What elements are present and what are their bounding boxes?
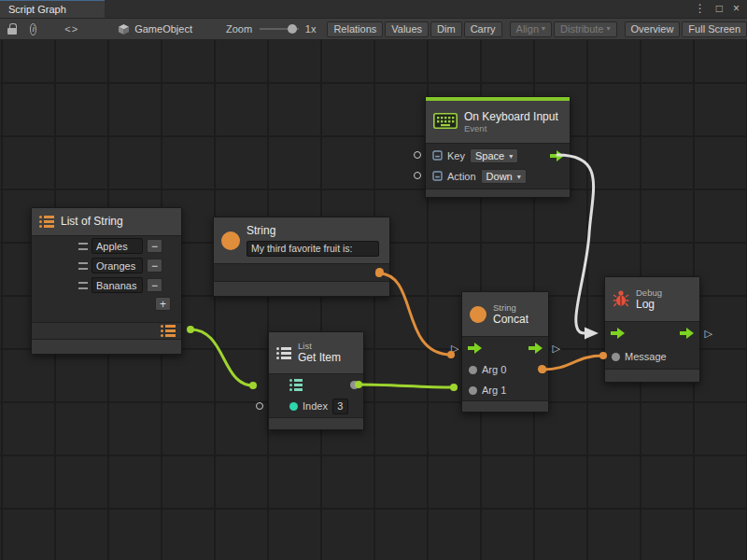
toolbar-buttons: Relations Values Dim Carry Align ▾ Distr… [327,21,747,37]
flow-input-port[interactable] [468,343,482,354]
index-input-port[interactable] [289,402,298,411]
message-input-port[interactable] [612,353,620,361]
string-output-port[interactable] [375,268,384,276]
align-label: Align [516,23,539,35]
list-icon [276,347,291,359]
drag-handle-icon[interactable] [78,282,88,289]
close-icon[interactable]: × [733,2,740,15]
arg0-input-port[interactable] [469,366,477,374]
node-footer [269,417,363,429]
zoom-value: 1x [305,23,317,35]
dim-button[interactable]: Dim [430,21,462,37]
flow-input-port[interactable] [611,328,625,339]
remove-item-button[interactable]: − [147,278,162,292]
node-on-keyboard-input[interactable]: On Keyboard Input Event Key Space ▾ [425,96,571,198]
keycap-icon [432,171,443,183]
full-screen-button[interactable]: Full Screen [682,21,747,37]
node-footer [214,281,389,296]
window-controls: ⋮ □ × [695,0,747,18]
script-graph-window: Script Graph ⋮ □ × i <> GameObject Zoom … [0,0,747,560]
unconnected-flow-marker[interactable]: ▷ [705,329,712,339]
tab-script-graph[interactable]: Script Graph [0,0,105,18]
code-icon[interactable]: <> [64,23,78,35]
maximize-icon[interactable]: □ [716,2,723,15]
panel-menu-icon[interactable]: ⋮ [695,2,706,15]
bug-icon [613,289,629,309]
arg1-input-port[interactable] [469,386,477,395]
list-icon [39,216,54,228]
drag-handle-icon[interactable] [78,243,88,250]
carry-button[interactable]: Carry [464,21,502,37]
node-concat[interactable]: String Concat Arg 0 Arg 1 ▷ ▷ [461,291,549,413]
tab-title: Script Graph [8,4,66,15]
node-footer [462,400,548,412]
node-footer [605,369,699,382]
action-value-dropdown[interactable]: Down ▾ [481,169,527,184]
string-value-input[interactable]: My third favorite fruit is: [247,241,379,257]
node-debug-log[interactable]: Debug Log Message ▷ [604,276,700,383]
node-footer [32,339,181,354]
align-button: Align ▾ [510,21,552,37]
node-list-of-string[interactable]: List of String Apples − Oranges − Banana… [31,207,182,355]
graph-canvas[interactable]: On Keyboard Input Event Key Space ▾ [0,40,747,560]
unconnected-value-marker[interactable] [256,402,263,410]
add-item-button[interactable]: + [155,297,171,311]
node-title: Log [636,299,662,311]
index-input[interactable]: 3 [332,399,348,414]
result-output-port[interactable] [538,365,546,373]
action-port-label: Action [447,171,476,182]
distribute-button: Distribute ▾ [554,21,616,37]
chevron-down-icon: ▾ [517,173,521,181]
list-item-input-1[interactable]: Oranges [92,258,143,273]
key-value: Space [475,150,504,161]
relations-button[interactable]: Relations [327,21,383,37]
node-category: List [298,342,341,351]
tab-bar: Script Graph ⋮ □ × [0,0,747,19]
node-category: Debug [636,288,662,298]
toolbar: i <> GameObject Zoom 1x Relations Values… [0,19,747,40]
keyboard-icon [433,113,458,131]
arg0-label: Arg 0 [482,364,506,375]
flow-output-port[interactable] [529,343,543,354]
node-title: String [247,225,379,237]
list-output-port[interactable] [161,325,176,337]
node-string-literal[interactable]: String My third favorite fruit is: [213,217,390,297]
node-subtitle: Event [464,124,558,133]
list-item-input-2[interactable]: Bananas [92,277,143,293]
unconnected-flow-marker[interactable]: ▷ [553,343,560,354]
zoom-label: Zoom [226,23,252,35]
lock-icon[interactable] [7,24,17,35]
chevron-down-icon: ▾ [542,25,545,33]
flow-output-port[interactable] [680,328,694,339]
distribute-label: Distribute [560,23,603,35]
node-category: String [493,303,529,313]
overview-button[interactable]: Overview [625,21,681,37]
node-get-item[interactable]: List Get Item Index 3 [268,331,364,430]
zoom-slider[interactable] [260,23,299,35]
remove-item-button[interactable]: − [147,239,162,253]
string-type-icon [221,231,240,250]
node-title: On Keyboard Input [464,111,558,123]
values-button[interactable]: Values [385,21,429,37]
graph-target-label[interactable]: GameObject [134,23,192,35]
info-icon[interactable]: i [30,23,36,35]
unconnected-flow-marker[interactable]: ▷ [451,343,458,354]
drag-handle-icon[interactable] [78,262,88,270]
message-label: Message [625,351,667,362]
remove-item-button[interactable]: − [147,259,162,273]
arg1-label: Arg 1 [482,385,506,396]
list-item-input-0[interactable]: Apples [92,238,143,254]
key-value-dropdown[interactable]: Space ▾ [470,148,518,163]
key-port-label: Key [447,150,465,161]
chevron-down-icon: ▾ [607,25,611,33]
node-footer [426,189,570,197]
string-type-icon [470,306,486,323]
keycap-icon [432,150,443,162]
unconnected-value-marker[interactable] [414,172,421,179]
unconnected-value-marker[interactable] [414,151,421,159]
item-output-port[interactable] [350,381,359,389]
list-input-port[interactable] [289,379,303,391]
flow-output-port[interactable] [550,150,564,161]
zoom-slider-knob[interactable] [288,24,297,34]
node-title: Concat [493,314,529,326]
